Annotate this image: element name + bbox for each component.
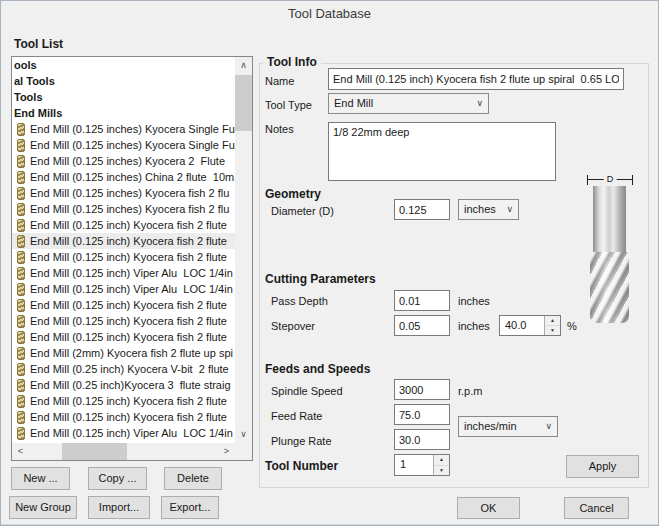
tool-item-label: End Mill (0.125 inches) Kyocera fish 2 f…	[30, 201, 229, 217]
tool-item-label: End Mill (0.125 inch) Kyocera fish 2 flu…	[30, 409, 227, 425]
scroll-right-icon[interactable]: >	[218, 443, 235, 460]
diameter-input[interactable]	[394, 199, 450, 220]
end-mill-icon	[17, 427, 25, 440]
end-mill-icon	[17, 235, 25, 248]
tool-list-item[interactable]: End Mill (0.125 inch) Viper Alu LOC 1/4i…	[12, 425, 235, 441]
tool-number-stepper[interactable]: 1 ▲ ▼	[394, 454, 450, 476]
chevron-down-icon: ∨	[545, 417, 552, 436]
tool-list-item[interactable]: End Mill (0.125 inch) Viper Alu LOC 1/4i…	[12, 265, 235, 281]
rate-units-select[interactable]: inches/min ∨	[458, 416, 558, 437]
tool-item-label: End Mill (0.125 inch) Kyocera fish 2 flu…	[30, 297, 227, 313]
tool-group-row[interactable]: Tools	[12, 89, 235, 105]
tool-list-item[interactable]: End Mill (0.125 inch) Kyocera fish 2 flu…	[12, 297, 235, 313]
new-button[interactable]: New ...	[11, 467, 70, 490]
tool-database-dialog: Tool Database Tool List oolsal ToolsTool…	[0, 0, 659, 526]
diameter-dimension-marker: D	[587, 175, 633, 185]
tool-group-row[interactable]: ools	[12, 57, 235, 73]
tool-info-title: Tool Info	[263, 55, 321, 69]
end-mill-icon	[17, 187, 25, 200]
copy-button[interactable]: Copy ...	[88, 467, 147, 490]
feed-rate-input[interactable]	[394, 404, 450, 425]
tool-item-label: End Mill (0.125 inch) Kyocera fish 2 flu…	[30, 233, 227, 249]
end-mill-icon	[17, 171, 25, 184]
export-button[interactable]: Export...	[161, 496, 219, 519]
end-mill-icon	[17, 395, 25, 408]
end-mill-icon	[17, 203, 25, 216]
tool-item-label: End Mill (0.125 inch) Viper Alu LOC 1/4i…	[30, 265, 233, 281]
tool-list-item[interactable]: End Mill (0.25 inch) Kyocera V-bit 2 flu…	[12, 361, 235, 377]
tool-item-label: End Mill (0.125 inches) Kyocera fish 2 f…	[30, 185, 229, 201]
scroll-up-icon[interactable]: ∧	[235, 57, 252, 74]
stepover-input[interactable]	[394, 315, 450, 336]
tool-item-label: End Mill (0.125 inches) Kyocera Single F…	[30, 137, 235, 153]
ok-button[interactable]: OK	[457, 497, 520, 519]
spin-down-icon[interactable]: ▼	[545, 326, 560, 335]
chevron-down-icon: ∨	[506, 200, 513, 219]
spindle-speed-input[interactable]	[394, 379, 450, 400]
end-mill-icon	[17, 379, 25, 392]
end-mill-icon	[17, 139, 25, 152]
pass-depth-input[interactable]	[394, 290, 450, 311]
dimension-label: D	[604, 173, 617, 185]
tool-list-box[interactable]: oolsal ToolsToolsEnd MillsEnd Mill (0.12…	[11, 56, 253, 461]
end-mill-flutes	[590, 252, 629, 323]
plunge-rate-label: Plunge Rate	[271, 435, 332, 447]
plunge-rate-input[interactable]	[394, 429, 450, 450]
horizontal-scroll-thumb[interactable]	[62, 443, 127, 460]
spindle-speed-label: Spindle Speed	[271, 385, 343, 397]
import-button[interactable]: Import...	[88, 496, 150, 519]
tool-list-item[interactable]: End Mill (0.125 inches) Kyocera fish 2 f…	[12, 201, 235, 217]
horizontal-scrollbar[interactable]: < >	[12, 443, 235, 460]
spin-up-icon[interactable]: ▲	[434, 455, 449, 466]
cancel-button[interactable]: Cancel	[564, 497, 629, 519]
bottom-edge	[1, 524, 658, 525]
scroll-down-icon[interactable]: ∨	[235, 426, 252, 443]
tool-list-item[interactable]: End Mill (0.125 inches) Kyocera 2 Flute	[12, 153, 235, 169]
apply-button[interactable]: Apply	[566, 455, 639, 478]
tool-list-item[interactable]: End Mill (0.125 inch) Kyocera fish 2 flu…	[12, 217, 235, 233]
tool-number-value: 1	[400, 458, 406, 470]
delete-button[interactable]: Delete	[164, 467, 222, 490]
tool-item-label: End Mill (0.125 inches) China 2 flute 10…	[30, 169, 234, 185]
tool-list-item[interactable]: End Mill (0.125 inches) Kyocera Single F…	[12, 121, 235, 137]
vertical-scroll-thumb[interactable]	[235, 75, 252, 131]
tool-list-item[interactable]: End Mill (0.125 inches) Kyocera Single F…	[12, 137, 235, 153]
tool-list-item[interactable]: End Mill (0.125 inch) Viper Alu LOC 1/4i…	[12, 281, 235, 297]
scroll-left-icon[interactable]: <	[12, 443, 29, 460]
tool-item-label: End Mill (2mm) Kyocera fish 2 flute up s…	[30, 345, 233, 361]
geometry-title: Geometry	[265, 187, 321, 201]
new-group-button[interactable]: New Group	[9, 496, 77, 519]
feed-rate-label: Feed Rate	[271, 410, 322, 422]
stepover-percent-value: 40.0	[505, 319, 526, 331]
tool-group-row[interactable]: End Mills	[12, 105, 235, 121]
stepover-percent-stepper[interactable]: 40.0 ▲ ▼	[499, 315, 561, 336]
tool-list-item[interactable]: End Mill (2mm) Kyocera fish 2 flute up s…	[12, 345, 235, 361]
tool-list-item[interactable]: End Mill (0.125 inch) Kyocera fish 2 flu…	[12, 313, 235, 329]
end-mill-shank	[593, 186, 626, 252]
tool-type-value: End Mill	[334, 97, 373, 109]
tool-list-item[interactable]: End Mill (0.25 inch)Kyocera 3 flute stra…	[12, 377, 235, 393]
tool-list-item[interactable]: End Mill (0.125 inches) China 2 flute 10…	[12, 169, 235, 185]
diameter-units-select[interactable]: inches ∨	[458, 199, 519, 220]
tool-type-select[interactable]: End Mill ∨	[328, 93, 489, 114]
tool-item-label: End Mill (0.125 inch) Viper Alu LOC 1/4i…	[30, 281, 233, 297]
diameter-label: Diameter (D)	[271, 205, 334, 217]
spin-up-icon[interactable]: ▲	[545, 316, 560, 326]
tool-item-label: End Mill (0.125 inch) Kyocera fish 2 flu…	[30, 393, 227, 409]
tool-list-item[interactable]: End Mill (0.125 inch) Kyocera fish 2 flu…	[12, 409, 235, 425]
tool-list-item[interactable]: End Mill (0.125 inch) Kyocera fish 2 flu…	[12, 233, 235, 249]
tool-list-item[interactable]: End Mill (0.125 inch) Kyocera fish 2 flu…	[12, 393, 235, 409]
spin-down-icon[interactable]: ▼	[434, 466, 449, 476]
tool-list-item[interactable]: End Mill (0.125 inches) Kyocera fish 2 f…	[12, 185, 235, 201]
end-mill-icon	[17, 299, 25, 312]
notes-textarea[interactable]: 1/8 22mm deep	[328, 122, 556, 181]
tool-item-label: End Mill (0.125 inches) Kyocera 2 Flute	[30, 153, 225, 169]
vertical-scrollbar[interactable]: ∧ ∨	[235, 57, 252, 443]
tool-list-item[interactable]: End Mill (0.125 inch) Kyocera fish 2 flu…	[12, 329, 235, 345]
name-label: Name	[265, 75, 294, 87]
tool-list-item[interactable]: End Mill (0.125 inch) Kyocera fish 2 flu…	[12, 249, 235, 265]
name-input[interactable]	[328, 68, 624, 90]
tool-group-row[interactable]: al Tools	[12, 73, 235, 89]
tool-list-content: oolsal ToolsToolsEnd MillsEnd Mill (0.12…	[12, 57, 235, 443]
end-mill-icon	[17, 315, 25, 328]
